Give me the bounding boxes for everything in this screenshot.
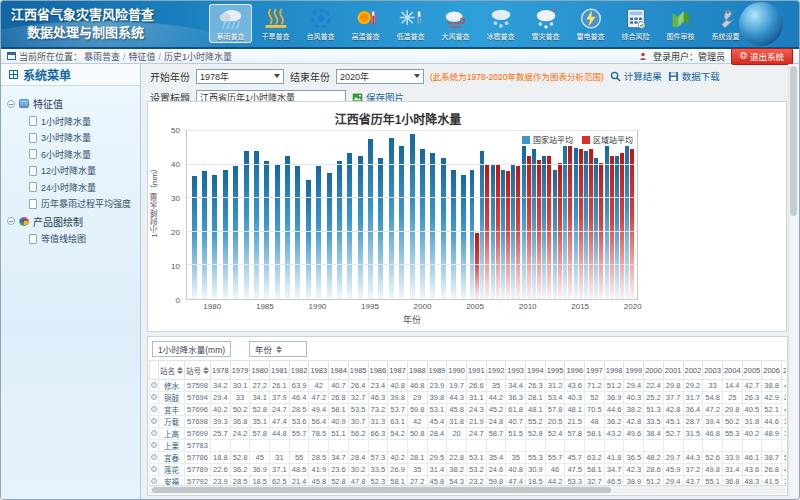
bar-regional-2012 <box>547 156 551 299</box>
station-id-header[interactable]: 站号 <box>185 361 211 380</box>
year-header-1989[interactable]: 1989 <box>427 361 447 380</box>
tree-group-1[interactable]: 产品图绘制 <box>7 214 136 229</box>
tree-item-3小时降水量[interactable]: 3小时降水量 <box>29 131 136 144</box>
data-download-button[interactable]: 数据下载 <box>668 69 720 83</box>
calculator-icon <box>622 7 650 30</box>
tool-item-lightning[interactable]: 雷电普查 <box>569 4 612 43</box>
legend-item[interactable]: 区域站平均 <box>582 134 633 145</box>
tool-item-sun-thermo[interactable]: 高温普查 <box>344 4 387 43</box>
year-header-1979[interactable]: 1979 <box>230 361 250 380</box>
row-select-cell[interactable] <box>150 392 159 404</box>
tree-item-24小时降水量[interactable]: 24小时降水量 <box>29 181 136 194</box>
tree-item-1小时降水量[interactable]: 1小时降水量 <box>29 115 136 128</box>
year-header-1991[interactable]: 1991 <box>466 361 486 380</box>
end-year-select[interactable]: 2020年 <box>336 69 424 84</box>
calc-results-button[interactable]: 计算结果 <box>610 69 662 83</box>
year-sort-select[interactable]: 年份 <box>249 341 307 357</box>
tool-item-wind-cloud[interactable]: 大风普查 <box>434 4 477 43</box>
year-header-2000[interactable]: 2000 <box>644 361 664 380</box>
location-icon <box>7 52 16 60</box>
row-select-cell[interactable] <box>150 380 159 392</box>
row-radio-icon[interactable] <box>151 442 157 448</box>
row-select-cell[interactable] <box>150 428 159 440</box>
year-header-2007[interactable]: 2007 <box>781 361 786 380</box>
tree-item-12小时降水量[interactable]: 12小时降水量 <box>29 164 136 177</box>
year-header-2006[interactable]: 2006 <box>762 361 782 380</box>
year-header-1993[interactable]: 1993 <box>506 361 526 380</box>
table-row-57783[interactable]: 上栗57783 <box>150 440 787 452</box>
year-header-1994[interactable]: 1994 <box>526 361 546 380</box>
row-radio-icon[interactable] <box>151 454 157 460</box>
row-select-cell[interactable] <box>150 464 159 476</box>
table-row-57598[interactable]: 修水5759834.230.127.226.163.94240.726.423.… <box>150 380 787 392</box>
year-header-1978[interactable]: 1978 <box>211 361 231 380</box>
year-header-1996[interactable]: 1996 <box>565 361 585 380</box>
tool-item-rain-cloud[interactable]: 暴雨普查 <box>209 4 252 43</box>
row-radio-icon[interactable] <box>151 418 157 424</box>
row-select-cell[interactable] <box>150 416 159 428</box>
year-header-2001[interactable]: 2001 <box>663 361 683 380</box>
table-row-57696[interactable]: 宜丰5769640.250.252.824.728.549.458.153.57… <box>150 404 787 416</box>
row-radio-icon[interactable] <box>151 466 157 472</box>
year-header-1980[interactable]: 1980 <box>250 361 270 380</box>
year-header-1982[interactable]: 1982 <box>289 361 309 380</box>
year-header-1995[interactable]: 1995 <box>545 361 565 380</box>
start-year-select[interactable]: 1978年 <box>196 69 284 84</box>
horizontal-scrollbar[interactable] <box>149 485 786 494</box>
tree-item-等值线绘图[interactable]: 等值线绘图 <box>29 232 136 245</box>
breadcrumb-link[interactable]: 特征值 <box>129 52 156 62</box>
year-header-1986[interactable]: 1986 <box>368 361 388 380</box>
tool-item-snow-cloud[interactable]: 雪灾普查 <box>524 4 567 43</box>
vertical-scrollbar[interactable] <box>788 64 798 496</box>
tool-item-heat[interactable]: 干旱普查 <box>254 4 297 43</box>
table-row-57699[interactable]: 上高5769925.724.257.844.855.778.551.156.26… <box>150 428 787 440</box>
row-radio-icon[interactable] <box>151 394 157 400</box>
tool-item-calculator[interactable]: 综合风险 <box>614 4 657 43</box>
row-select-cell[interactable] <box>150 404 159 416</box>
year-header-1988[interactable]: 1988 <box>407 361 427 380</box>
year-header-2005[interactable]: 2005 <box>742 361 762 380</box>
year-slot-1981 <box>220 131 230 299</box>
year-header-1998[interactable]: 1998 <box>604 361 624 380</box>
year-header-2002[interactable]: 2002 <box>683 361 703 380</box>
row-select-cell[interactable] <box>150 452 159 464</box>
vertical-scrollbar-thumb[interactable] <box>790 66 797 216</box>
breadcrumb-link[interactable]: 暴雨普查 <box>84 52 120 62</box>
tool-item-map-check[interactable]: 图件审核 <box>659 4 702 43</box>
year-header-1985[interactable]: 1985 <box>348 361 368 380</box>
table-row-57698[interactable]: 万载5769839.336.835.147.453.656.440.930.73… <box>150 416 787 428</box>
tree-group-0[interactable]: 特征值 <box>7 96 136 111</box>
expander-icon[interactable] <box>7 100 15 108</box>
row-radio-icon[interactable] <box>151 382 157 388</box>
tool-item-typhoon[interactable]: 台风普查 <box>299 4 342 43</box>
table-row-57786[interactable]: 宜春5778618.852.845315528.534.728.457.340.… <box>150 452 787 464</box>
year-header-1990[interactable]: 1990 <box>447 361 467 380</box>
row-select-cell[interactable] <box>150 440 159 452</box>
year-header-1981[interactable]: 1981 <box>270 361 290 380</box>
sort-carets-icon <box>276 346 282 353</box>
row-radio-icon[interactable] <box>151 430 157 436</box>
legend-item[interactable]: 国家站平均 <box>522 134 573 145</box>
tool-item-cold-thermo[interactable]: 低温普查 <box>389 4 432 43</box>
breadcrumb-link[interactable]: 历史1小时降水量 <box>164 52 232 62</box>
table-row-57789[interactable]: 莲花5778922.636.236.937.148.541.923.630.23… <box>150 464 787 476</box>
tree-item-历年暴雨过程平均强度[interactable]: 历年暴雨过程平均强度 <box>29 197 136 210</box>
expander-icon[interactable] <box>7 217 15 225</box>
row-radio-icon[interactable] <box>151 406 157 412</box>
year-header-1983[interactable]: 1983 <box>309 361 329 380</box>
year-header-1992[interactable]: 1992 <box>486 361 506 380</box>
table-row-57694[interactable]: 铜鼓5769429.43334.137.946.447.226.832.746.… <box>150 392 787 404</box>
tool-item-hail[interactable]: 冰雹普查 <box>479 4 522 43</box>
year-header-2003[interactable]: 2003 <box>703 361 723 380</box>
station-name-header[interactable]: 站名 <box>159 361 185 380</box>
year-header-2004[interactable]: 2004 <box>722 361 742 380</box>
year-header-1999[interactable]: 1999 <box>624 361 644 380</box>
row-radio-icon[interactable] <box>151 478 157 484</box>
horizontal-scrollbar-thumb[interactable] <box>152 487 611 493</box>
year-header-1997[interactable]: 1997 <box>585 361 605 380</box>
tree-item-6小时降水量[interactable]: 6小时降水量 <box>29 148 136 161</box>
year-header-1987[interactable]: 1987 <box>388 361 408 380</box>
logout-button[interactable]: O退出系统 <box>731 48 793 65</box>
year-header-1984[interactable]: 1984 <box>329 361 349 380</box>
value-cell: 37.9 <box>270 392 290 404</box>
